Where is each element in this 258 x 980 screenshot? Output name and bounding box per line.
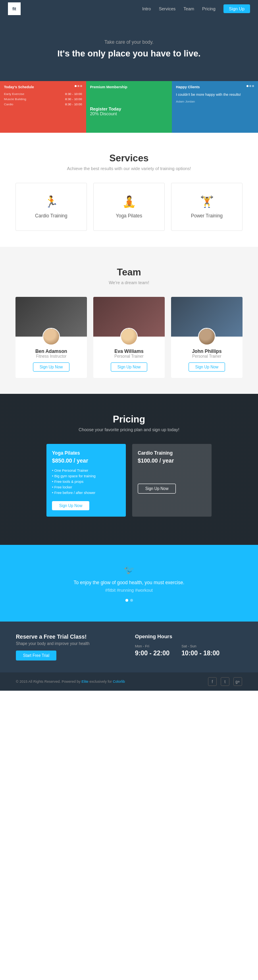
schedule-title: Today's Schedule — [4, 85, 34, 89]
signup-john-button[interactable]: Sign Up Now — [189, 362, 225, 372]
weekend-time: 10:00 - 18:00 — [181, 650, 219, 657]
feature-2: Big gym space for training — [52, 473, 120, 479]
footer-bottom: © 2015 All Rights Reserved. Powered by E… — [0, 672, 258, 691]
service-card-power: 🏋 Power Training — [171, 183, 243, 231]
feature-5: Free before / after shower — [52, 490, 120, 496]
premium-card: Premium Membership Register Today 20% Di… — [86, 81, 172, 133]
team-grid: Ben Adamson Fitness Instructor Sign Up N… — [8, 297, 250, 378]
discount-text: 20% Discount — [90, 111, 168, 116]
cardio-plan-price: $100.00 / year — [138, 457, 206, 464]
footer-copyright: © 2015 All Rights Reserved. Powered by E… — [16, 680, 125, 684]
promo-text: Register Today — [90, 107, 168, 111]
team-title: Team — [8, 267, 250, 278]
cardio-label: Cardio Training — [35, 213, 67, 219]
yoga-icon: 🧘 — [122, 195, 136, 208]
schedule-row-3: Cardio 8:30 - 10:00 — [4, 103, 82, 106]
twitter-text: To enjoy the glow of good health, you mu… — [8, 580, 250, 585]
feature-4: Free locker — [52, 484, 120, 490]
team-name-john: John Phillips — [192, 349, 222, 354]
nav-pricing[interactable]: Pricing — [202, 6, 216, 11]
footer-social: f t g+ — [208, 677, 242, 686]
cardio-icon: 🏃 — [44, 195, 58, 208]
opening-weekend: Sat - Sun 10:00 - 18:00 — [181, 644, 219, 657]
services-title: Services — [8, 153, 250, 164]
weekday-label: Mon - Fri — [135, 644, 169, 648]
team-card-eva: Eva Williams Personal Trainer Sign Up No… — [93, 297, 165, 378]
cardio-plan-name: Cardio Training — [138, 450, 206, 456]
pricing-card-cardio: Cardio Training $100.00 / year Sign Up N… — [132, 444, 212, 517]
hero-subtitle: Take care of your body. — [104, 39, 154, 45]
footer-cta-right: Opening Hours Mon - Fri 9:00 - 22:00 Sat… — [123, 633, 242, 657]
nav-signup-button[interactable]: Sign Up — [223, 4, 250, 13]
googleplus-icon[interactable]: g+ — [233, 677, 242, 686]
twitter-handle: #fitbit #running #workout — [8, 588, 250, 593]
service-card-cardio: 🏃 Cardio Training — [15, 183, 87, 231]
yoga-signup-button[interactable]: Sign Up Now — [52, 501, 89, 510]
card-dots-2 — [246, 85, 254, 89]
client-author: Adam Jordan — [176, 100, 254, 103]
avatar-john — [198, 328, 216, 345]
schedule-row-2: Muscle Building 8:30 - 10:00 — [4, 97, 82, 101]
pricing-title: Pricing — [8, 414, 250, 425]
team-name-eva: Eva Williams — [114, 349, 143, 354]
yoga-plan-price: $850.00 / year — [52, 457, 120, 464]
cardio-signup-button[interactable]: Sign Up Now — [138, 484, 176, 494]
schedule-card: Today's Schedule Early Exercise 8:30 - 1… — [0, 81, 86, 133]
nav-intro[interactable]: Intro — [142, 6, 151, 11]
hero-title: It's the only place you have to live. — [57, 48, 200, 60]
twitter-dots — [8, 599, 250, 602]
pricing-section: Pricing Choose your favorite pricing pla… — [0, 394, 258, 545]
team-card-ben: Ben Adamson Fitness Instructor Sign Up N… — [15, 297, 87, 378]
services-section: Services Achieve the best results with o… — [0, 133, 258, 247]
cards-strip: Today's Schedule Early Exercise 8:30 - 1… — [0, 81, 258, 133]
service-card-yoga: 🧘 Yoga Pilates — [93, 183, 165, 231]
free-trial-button[interactable]: Start Free Trial — [16, 651, 56, 660]
team-role-ben: Fitness Instructor — [36, 354, 67, 358]
signup-eva-button[interactable]: Sign Up Now — [111, 362, 147, 372]
power-label: Power Training — [191, 213, 223, 219]
nav-services[interactable]: Services — [159, 6, 175, 11]
footer-cta-left: Reserve a Free Trial Class! Shape your b… — [16, 633, 123, 660]
team-section: Team We're a dream team! Ben Adamson Fit… — [0, 247, 258, 394]
pricing-subtitle: Choose your favorite pricing plan and si… — [8, 427, 250, 432]
feature-1: One Personal Trainer — [52, 468, 120, 473]
opening-title: Opening Hours — [135, 633, 242, 639]
facebook-icon[interactable]: f — [208, 677, 217, 686]
team-role-john: Personal Trainer — [192, 354, 221, 358]
weekday-time: 9:00 - 22:00 — [135, 650, 169, 657]
clients-title: Happy Clients — [176, 85, 200, 89]
power-icon: 🏋 — [200, 195, 214, 208]
navbar: fit Intro Services Team Pricing Sign Up — [0, 0, 258, 17]
twitter-section: 🐦 To enjoy the glow of good health, you … — [0, 545, 258, 622]
twitter-icon: 🐦 — [8, 565, 250, 575]
avatar-ben — [42, 328, 60, 345]
footer-cta: Reserve a Free Trial Class! Shape your b… — [0, 622, 258, 672]
cta-subtitle: Shape your body and improve your health — [16, 641, 123, 646]
premium-title: Premium Membership — [90, 85, 127, 89]
team-role-eva: Personal Trainer — [114, 354, 143, 358]
twitter-social-icon[interactable]: t — [221, 677, 229, 686]
yoga-plan-name: Yoga Pilates — [52, 450, 120, 456]
nav-team[interactable]: Team — [183, 6, 194, 11]
yoga-features: One Personal Trainer Big gym space for t… — [52, 468, 120, 496]
feature-3: Free tools & props — [52, 479, 120, 484]
weekend-label: Sat - Sun — [181, 644, 219, 648]
nav-links: Intro Services Team Pricing Sign Up — [142, 4, 250, 13]
services-grid: 🏃 Cardio Training 🧘 Yoga Pilates 🏋 Power… — [8, 183, 250, 231]
services-subtitle: Achieve the best results with our wide v… — [8, 166, 250, 171]
client-quote: I couldn't be more happy with the result… — [176, 92, 254, 97]
pricing-card-yoga: Yoga Pilates $850.00 / year One Personal… — [46, 444, 126, 517]
footer-link-colorlib[interactable]: Colorlib — [113, 680, 125, 684]
card-dots — [75, 85, 82, 89]
avatar-eva — [120, 328, 138, 345]
cta-title: Reserve a Free Trial Class! — [16, 633, 123, 640]
logo[interactable]: fit — [8, 2, 21, 15]
team-card-john: John Phillips Personal Trainer Sign Up N… — [171, 297, 243, 378]
clients-card: Happy Clients I couldn't be more happy w… — [172, 81, 258, 133]
footer-link-elite[interactable]: Elite — [81, 680, 89, 684]
yoga-label: Yoga Pilates — [116, 213, 142, 219]
signup-ben-button[interactable]: Sign Up Now — [33, 362, 69, 372]
team-name-ben: Ben Adamson — [35, 349, 67, 354]
pricing-cards: Yoga Pilates $850.00 / year One Personal… — [8, 444, 250, 517]
opening-hours-grid: Mon - Fri 9:00 - 22:00 Sat - Sun 10:00 -… — [135, 644, 242, 657]
